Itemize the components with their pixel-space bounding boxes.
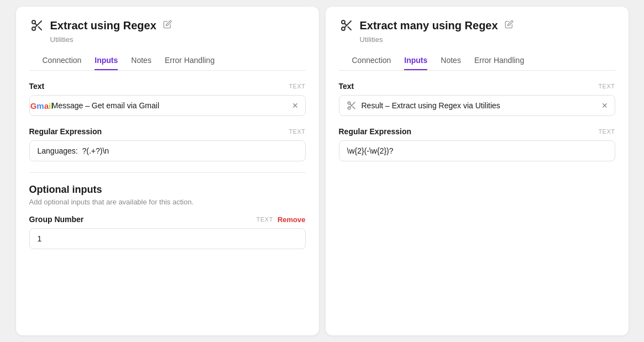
tab-notes-left[interactable]: Notes — [131, 51, 151, 70]
text-chip-text-right: Result – Extract using Regex via Utiliti… — [362, 101, 597, 110]
left-panel-tabs: Connection Inputs Notes Error Handling — [29, 51, 306, 71]
left-panel: Extract using Regex Utilities Connection… — [16, 7, 319, 335]
left-panel-subtitle: Utilities — [50, 35, 306, 44]
text-chip-input-left[interactable]: Gmail Message – Get email via Gmail ✕ — [29, 95, 306, 116]
left-panel-title: Extract using Regex — [50, 19, 156, 32]
left-panel-title-row: Extract using Regex — [29, 18, 306, 33]
svg-line-4 — [35, 23, 37, 25]
regex-field-label-right: Regular Expression — [339, 127, 412, 136]
regex-field-label-left: Regular Expression — [29, 127, 102, 136]
right-panel-title: Extract many using Regex — [360, 19, 498, 32]
regex-input-right[interactable] — [339, 140, 615, 161]
optional-title-left: Optional inputs — [29, 184, 306, 196]
group-number-section-left: Group Number TEXT Remove — [29, 215, 306, 249]
svg-line-13 — [352, 107, 354, 109]
svg-line-9 — [344, 23, 347, 25]
regex-field-section-right: Regular Expression TEXT — [339, 127, 615, 161]
text-chip-input-right[interactable]: Result – Extract using Regex via Utiliti… — [339, 95, 615, 116]
scissors-icon-right — [339, 18, 354, 33]
svg-line-8 — [348, 27, 351, 30]
text-chip-close-left[interactable]: ✕ — [292, 102, 299, 109]
text-chip-close-right[interactable]: ✕ — [601, 102, 608, 109]
divider-left — [29, 172, 306, 173]
svg-line-14 — [350, 104, 352, 106]
tab-connection-right[interactable]: Connection — [352, 51, 391, 70]
right-panel-header: Extract many using Regex Utilities Conne… — [326, 7, 629, 71]
tab-notes-right[interactable]: Notes — [441, 51, 461, 70]
right-panel-title-row: Extract many using Regex — [339, 18, 615, 33]
group-number-label-left: Group Number — [29, 215, 84, 224]
regex-input-left[interactable] — [29, 140, 306, 161]
group-number-type-left: TEXT — [256, 216, 273, 223]
edit-icon-right[interactable] — [505, 20, 514, 31]
scissors-icon-left — [29, 18, 45, 33]
optional-desc-left: Add optional inputs that are available f… — [29, 198, 306, 206]
right-panel-body: Text TEXT Result – Extract using Regex v… — [326, 71, 629, 183]
optional-section-left: Optional inputs Add optional inputs that… — [29, 184, 306, 249]
text-chip-text-left: Message – Get email via Gmail — [52, 101, 287, 110]
text-field-label-row-right: Text TEXT — [339, 82, 615, 91]
regex-field-label-row-left: Regular Expression TEXT — [29, 127, 306, 136]
text-field-type-left: TEXT — [289, 83, 305, 90]
tab-inputs-right[interactable]: Inputs — [404, 51, 427, 70]
tab-inputs-left[interactable]: Inputs — [95, 51, 118, 70]
text-field-section-left: Text TEXT Gmail Message – Get email via … — [29, 82, 306, 116]
right-panel-subtitle: Utilities — [360, 35, 615, 44]
tab-error-handling-left[interactable]: Error Handling — [165, 51, 214, 70]
remove-button-left[interactable]: Remove — [278, 215, 306, 224]
gmail-icon-left: Gmail — [36, 100, 48, 111]
text-field-label-right: Text — [339, 82, 354, 91]
text-field-label-row-left: Text TEXT — [29, 82, 306, 91]
svg-line-3 — [38, 27, 41, 30]
text-field-section-right: Text TEXT Result – Extract using Regex v… — [339, 82, 615, 116]
group-number-label-row-left: Group Number TEXT Remove — [29, 215, 306, 224]
left-panel-header: Extract using Regex Utilities Connection… — [16, 7, 319, 71]
regex-field-type-left: TEXT — [289, 128, 305, 135]
left-panel-body: Text TEXT Gmail Message – Get email via … — [16, 71, 319, 271]
text-field-type-right: TEXT — [598, 83, 615, 90]
group-number-type-remove-left: TEXT Remove — [256, 215, 306, 224]
utilities-icon-right — [346, 100, 357, 111]
tab-error-handling-right[interactable]: Error Handling — [474, 51, 524, 70]
right-panel-tabs: Connection Inputs Notes Error Handling — [339, 51, 615, 71]
regex-field-label-row-right: Regular Expression TEXT — [339, 127, 615, 136]
group-number-input-left[interactable] — [29, 228, 306, 249]
regex-field-section-left: Regular Expression TEXT — [29, 127, 306, 161]
right-panel: Extract many using Regex Utilities Conne… — [326, 7, 629, 335]
tab-connection-left[interactable]: Connection — [43, 51, 82, 70]
edit-icon-left[interactable] — [163, 20, 172, 31]
text-field-label-left: Text — [29, 82, 45, 91]
regex-field-type-right: TEXT — [598, 128, 615, 135]
